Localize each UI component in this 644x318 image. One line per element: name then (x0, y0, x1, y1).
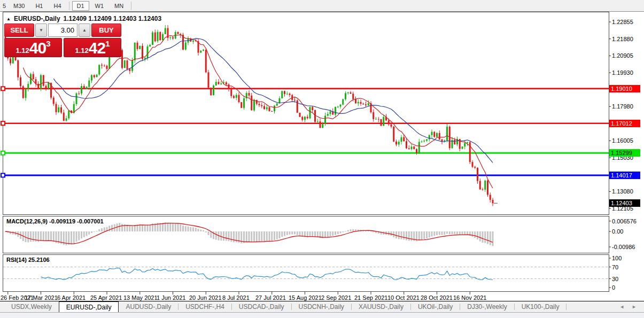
tab-scroll-right-icon[interactable]: ► (632, 304, 637, 309)
date-label: 13 May 2021 (123, 294, 158, 301)
chart-tab-eurusd[interactable]: EURUSD-,Daily (59, 301, 119, 312)
price-tick-label: 1.21880 (612, 36, 633, 42)
sell-price-base: 1.12 (15, 46, 29, 55)
timeframe-button-h1[interactable]: H1 (30, 1, 48, 11)
level-price-tag-1.15299[interactable]: 1.15299 (609, 149, 640, 157)
chart-tab-usdcnh[interactable]: USDCNH-,Daily (292, 301, 351, 312)
chart-tab-uk100[interactable]: UK100-,Daily (515, 301, 567, 312)
date-label: 20 Jun 2021 (189, 294, 222, 301)
rsi-tick-label: 100 (612, 255, 622, 261)
rsi-tick-label: 70 (612, 264, 618, 270)
buy-button[interactable]: BUY (91, 24, 121, 37)
status-bar (0, 312, 644, 318)
toolbar-separator (131, 2, 131, 10)
trading-terminal: 5M30H1H4D1W1MN ▲ EURUSD-,Daily 1.12409 1… (0, 0, 644, 318)
date-label: 15 Aug 2021 (289, 294, 322, 301)
chart-tab-usdchf[interactable]: USDCHF-,H4 (179, 301, 231, 312)
sell-price-point: 3 (46, 39, 50, 48)
macd-tick-label: -0.00986 (612, 244, 635, 250)
sell-price-display[interactable]: 1.12 40 3 (4, 38, 62, 57)
symbol-name: EURUSD-,Daily (14, 15, 60, 22)
chart-tab-dj30[interactable]: DJ30-,Weekly (460, 301, 514, 312)
date-label: 21 Sep 2021 (354, 294, 387, 301)
price-tick-label: 1.22855 (612, 19, 633, 25)
toolbar-separator (69, 2, 69, 10)
ohlc-quotes: 1.12409 1.12409 1.12403 1.12403 (64, 15, 162, 22)
timeframe-button-mn[interactable]: MN (110, 1, 128, 11)
date-label: 1 Jun 2021 (157, 294, 185, 301)
macd-tick-label: 0.006576 (612, 218, 637, 224)
timeframe-button-m30[interactable]: M30 (9, 1, 29, 11)
sell-button[interactable]: SELL (4, 24, 34, 37)
date-label: 16 Nov 2021 (453, 294, 486, 301)
date-label: 28 Oct 2021 (421, 294, 453, 301)
rsi-pane[interactable] (3, 254, 609, 292)
one-click-trading-panel: SELL ▼ ▲ BUY 1.12 40 3 1.12 42 1 (4, 24, 121, 57)
tab-separator (566, 304, 567, 310)
sell-price-pips: 40 (29, 40, 46, 56)
volume-decrease-button[interactable]: ▼ (35, 24, 47, 37)
volume-increase-button[interactable]: ▲ (79, 24, 90, 37)
buy-price-base: 1.12 (75, 46, 88, 55)
date-label: 10 Oct 2021 (387, 294, 420, 301)
rsi-indicator-label: RSI(14) 25.2106 (6, 257, 50, 263)
buy-price-pips: 42 (89, 40, 105, 56)
timeframe-button-5[interactable]: 5 (1, 1, 7, 11)
level-price-tag-1.14017[interactable]: 1.14017 (609, 172, 640, 179)
current-price-tag: 1.12403 (609, 199, 640, 207)
price-tick-label: 1.17980 (612, 103, 633, 110)
macd-indicator-label: MACD(12,26,9) -0.009119 -0.007001 (6, 218, 104, 224)
buy-price-display[interactable]: 1.12 42 1 (64, 38, 121, 57)
date-label: 8 Jul 2021 (222, 294, 250, 301)
tab-scroll-left-icon[interactable]: ◄ (619, 304, 624, 309)
timeframe-button-w1[interactable]: W1 (90, 1, 109, 11)
timeframe-toolbar: 5M30H1H4D1W1MN (0, 0, 644, 12)
price-tick-label: 1.20905 (612, 52, 633, 59)
chart-tab-xauusd[interactable]: XAUUSD-,Daily (352, 301, 410, 312)
date-label: 27 Jul 2021 (255, 294, 286, 301)
chart-tab-usdcad[interactable]: USDCAD-,Daily (232, 301, 291, 312)
level-price-tag-1.17012[interactable]: 1.17012 (609, 120, 640, 127)
price-tick-label: 1.16005 (612, 137, 633, 144)
buy-price-point: 1 (105, 39, 110, 48)
chart-tab-ukoil[interactable]: UKOil-,Daily (411, 301, 460, 312)
price-tick-label: 1.19930 (612, 69, 633, 76)
rsi-tick-label: 30 (612, 276, 618, 282)
timeframe-button-d1[interactable]: D1 (72, 1, 89, 11)
rsi-tick-label: 0 (612, 284, 615, 291)
date-label: 6 Apr 2021 (57, 294, 86, 301)
timeframe-button-h4[interactable]: H4 (49, 1, 66, 11)
chart-title: ▲ EURUSD-,Daily 1.12409 1.12409 1.12403 … (6, 15, 161, 22)
collapse-triangle-icon[interactable]: ▲ (6, 17, 11, 21)
chart-tab-bar: USDX,WeeklyEURUSD-,DailyAUDUSD-,DailyUSD… (0, 301, 644, 312)
level-price-tag-1.19010[interactable]: 1.19010 (609, 85, 640, 92)
chart-tab-audusd[interactable]: AUDUSD-,Daily (119, 301, 178, 312)
date-label: 2 Sep 2021 (321, 294, 351, 301)
price-tick-label: 1.13080 (612, 188, 633, 195)
tab-scroll-arrows: ◄► (619, 301, 644, 312)
chart-tab-usdx[interactable]: USDX,Weekly (4, 301, 59, 312)
volume-input[interactable] (48, 24, 77, 37)
date-label: 25 Apr 2021 (90, 294, 122, 301)
date-label: 17 Mar 2021 (25, 294, 58, 301)
macd-tick-label: 0.00 (612, 228, 623, 235)
